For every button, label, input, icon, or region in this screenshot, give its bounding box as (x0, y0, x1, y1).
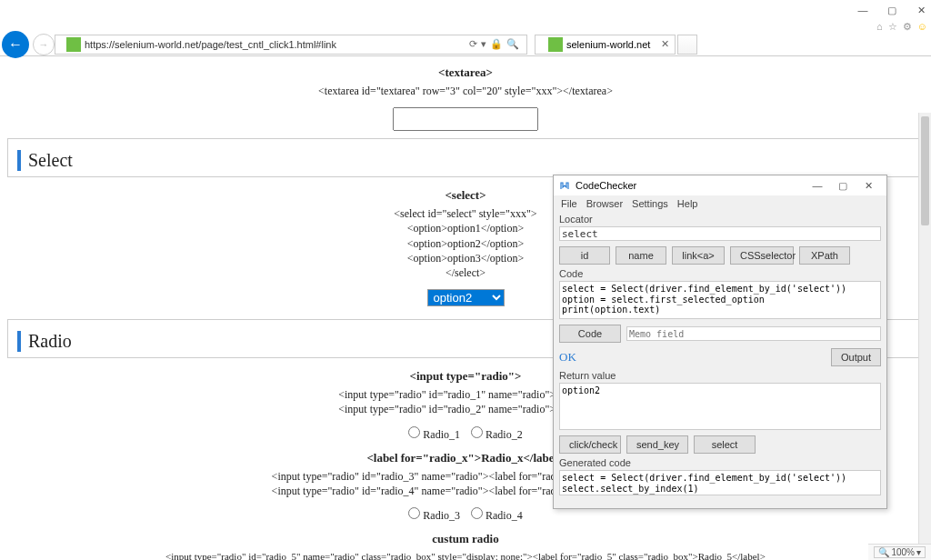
textarea-header: <textarea> (7, 60, 924, 84)
radio-4[interactable] (471, 507, 483, 519)
smile-icon[interactable]: ☺ (917, 21, 927, 32)
zoom-value: 100% (891, 547, 915, 557)
cc-maximize-icon[interactable]: ▢ (830, 180, 856, 192)
textarea-demo[interactable] (393, 107, 538, 131)
cc-title-text: CodeChecker (576, 180, 636, 191)
address-bar-row: ← → https://selenium-world.net/page/test… (0, 33, 931, 56)
search-icon[interactable]: 🔍 (506, 38, 519, 50)
cc-btn-send[interactable]: send_key (626, 435, 688, 454)
cc-btn-select[interactable]: select (694, 435, 756, 454)
vertical-scrollbar[interactable] (918, 113, 931, 544)
status-bar: 🔍 100% ▾ (868, 544, 931, 560)
star-icon[interactable]: ☆ (888, 21, 897, 33)
select-demo[interactable]: option2 (427, 289, 505, 306)
tab-close-icon[interactable]: ✕ (661, 38, 669, 50)
cc-btn-name[interactable]: name (616, 246, 666, 265)
textarea-code: <textarea id="textarea" row="3" col="20"… (7, 84, 924, 104)
zoom-icon: 🔍 (878, 547, 889, 557)
cc-btn-id[interactable]: id (559, 246, 610, 265)
address-tools: ⟳ ▾ 🔒 🔍 (469, 38, 523, 50)
cc-code-area[interactable]: select = Select(driver.find_element_by_i… (559, 281, 881, 319)
cc-btn-css[interactable]: CSSselector (730, 246, 794, 265)
cc-menu-file[interactable]: File (561, 198, 577, 209)
zoom-chevron-icon[interactable]: ▾ (916, 547, 921, 557)
radio-3[interactable] (408, 507, 420, 519)
cc-locator-input[interactable] (559, 226, 881, 241)
cc-btn-code[interactable]: Code (559, 325, 621, 343)
window-titlebar: — ▢ ✕ (0, 0, 931, 20)
cc-menubar: File Browser Settings Help (554, 195, 886, 212)
zoom-indicator[interactable]: 🔍 100% ▾ (874, 546, 926, 558)
cc-menu-help[interactable]: Help (677, 198, 698, 209)
cc-btn-click[interactable]: click/check (559, 435, 621, 454)
radio-2[interactable] (471, 426, 483, 438)
address-bar[interactable]: https://selenium-world.net/page/test_cnt… (55, 35, 527, 55)
radio-4-label: Radio_4 (486, 509, 523, 522)
close-icon[interactable]: ✕ (913, 2, 929, 18)
cc-return-area[interactable]: option2 (559, 383, 881, 430)
cc-btn-output[interactable]: Output (831, 348, 881, 366)
cc-close-icon[interactable]: ✕ (856, 180, 881, 192)
browser-icon-row: ⌂ ☆ ⚙ ☺ (0, 20, 931, 33)
forward-button[interactable]: → (33, 34, 55, 55)
browser-tab[interactable]: selenium-world.net ✕ (535, 35, 676, 55)
cc-app-icon (559, 180, 570, 191)
radio-2-label: Radio_2 (486, 428, 523, 441)
back-button[interactable]: ← (2, 31, 29, 58)
home-icon[interactable]: ⌂ (876, 21, 883, 32)
cc-menu-browser[interactable]: Browser (586, 198, 623, 209)
refresh-icon[interactable]: ⟳ (469, 38, 477, 50)
minimize-icon[interactable]: — (855, 2, 871, 18)
lock-icon[interactable]: 🔒 (490, 38, 503, 50)
cc-gen-label: Generated code (559, 457, 881, 468)
cc-titlebar[interactable]: CodeChecker — ▢ ✕ (554, 175, 886, 195)
cc-btn-xpath[interactable]: XPath (799, 246, 850, 265)
cc-memo-input[interactable] (626, 326, 881, 341)
tab-title: selenium-world.net (566, 39, 650, 50)
radio-3-label: Radio_3 (423, 509, 460, 522)
cc-menu-settings[interactable]: Settings (632, 198, 668, 209)
gear-icon[interactable]: ⚙ (903, 21, 912, 33)
cc-btn-link[interactable]: link<a> (672, 246, 725, 265)
cc-minimize-icon[interactable]: — (805, 180, 830, 191)
cc-code-label: Code (559, 268, 881, 279)
maximize-icon[interactable]: ▢ (884, 2, 900, 18)
url-text: https://selenium-world.net/page/test_cnt… (85, 39, 336, 50)
select-section-title: Select (17, 150, 914, 171)
radio-1-label: Radio_1 (423, 428, 460, 441)
cc-gen-area[interactable]: select = Select(driver.find_element_by_i… (559, 470, 881, 495)
custom-radio-header: custum radio (7, 526, 924, 550)
cc-ok-status: OK (559, 350, 576, 365)
tab-site-icon (548, 37, 563, 52)
new-tab-button[interactable] (677, 35, 697, 55)
radio-1[interactable] (408, 426, 420, 438)
cc-return-label: Return value (559, 370, 881, 381)
site-icon (66, 37, 81, 52)
scroll-thumb[interactable] (921, 116, 929, 225)
cc-locator-label: Locator (559, 214, 881, 225)
radio-code-56: <input type="radio" id="radio_5" name="r… (7, 550, 924, 560)
codechecker-window[interactable]: CodeChecker — ▢ ✕ File Browser Settings … (553, 175, 887, 509)
